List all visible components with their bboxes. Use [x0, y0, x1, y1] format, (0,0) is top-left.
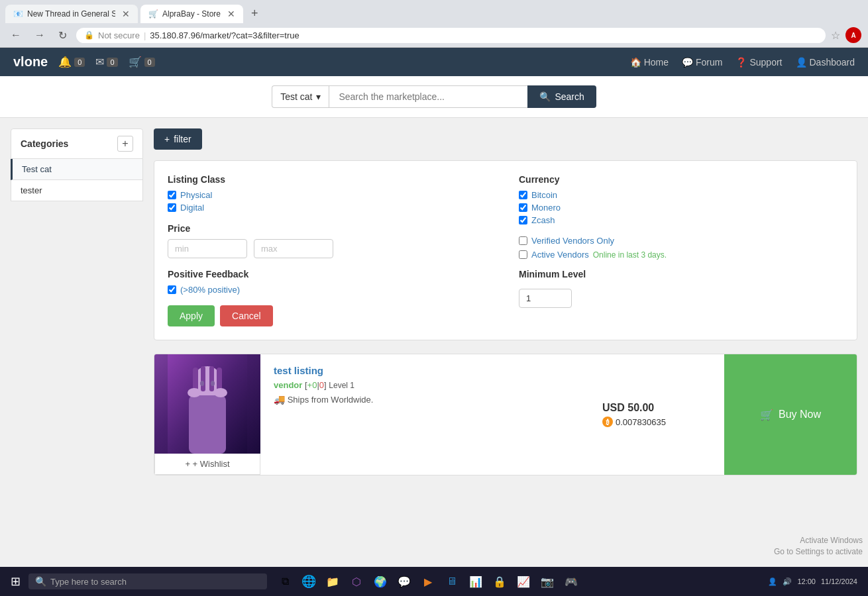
filter-toggle-button[interactable]: + filter	[154, 128, 202, 150]
cart-icon: 🛒	[760, 409, 773, 421]
svg-point-9	[188, 388, 201, 397]
vendor-name[interactable]: vendor	[274, 380, 302, 390]
digital-label: Digital	[180, 203, 204, 213]
price-max-input[interactable]	[254, 239, 333, 258]
product-card: + + Wishlist test listing vendor [+0|0] …	[154, 354, 857, 475]
tab-1[interactable]: 📧 New Thread in General Sellers M ✕	[5, 5, 138, 23]
search-button[interactable]: 🔍 Search	[527, 85, 596, 108]
verified-vendors-label: Verified Vendors Only	[531, 236, 614, 246]
zcash-checkbox[interactable]	[519, 216, 527, 224]
category-dropdown[interactable]: Test cat ▾	[272, 85, 329, 108]
navbar: vlone 🔔 0 ✉ 0 🛒 0 🏠 Home 💬 Forum ❓ Suppo…	[0, 48, 868, 76]
search-icon: 🔍	[539, 91, 551, 102]
address-bar-row: ← → ↻ 🔒 Not secure | 35.180.87.96/market…	[0, 23, 868, 47]
monero-option[interactable]: Monero	[519, 203, 843, 213]
cart-group[interactable]: 🛒 0	[129, 56, 155, 68]
physical-checkbox[interactable]	[168, 191, 176, 199]
vendor-level: Level 1	[329, 381, 354, 390]
svg-rect-5	[217, 368, 222, 391]
dashboard-icon: 👤	[796, 57, 807, 68]
profile-avatar[interactable]: A	[845, 27, 861, 43]
truck-icon: 🚚	[274, 394, 285, 405]
address-text: 35.180.87.96/market/?cat=3&filter=true	[150, 30, 299, 40]
forum-link[interactable]: 💬 Forum	[682, 57, 722, 68]
reload-button[interactable]: ↻	[54, 28, 71, 43]
messages-icon: ✉	[95, 56, 104, 68]
verified-vendors-checkbox[interactable]	[519, 236, 527, 245]
svg-rect-2	[193, 368, 198, 391]
apply-button[interactable]: Apply	[168, 305, 215, 326]
positive-feedback-checkbox[interactable]	[168, 285, 176, 294]
filter-right: Currency Bitcoin Monero Zcash	[519, 174, 843, 326]
product-title[interactable]: test listing	[274, 365, 323, 376]
listing-class-options: Physical Digital	[168, 190, 492, 213]
forward-button[interactable]: →	[30, 28, 49, 42]
tab-2[interactable]: 🛒 AlpraBay - Store ✕	[140, 5, 243, 23]
address-bar[interactable]: 🔒 Not secure | 35.180.87.96/market/?cat=…	[76, 28, 826, 43]
bitcoin-icon: ₿	[602, 417, 613, 427]
bookmark-button[interactable]: ☆	[831, 29, 840, 42]
filter-button-label: filter	[174, 134, 191, 144]
notifications-group[interactable]: 🔔 0	[58, 56, 85, 68]
listing-class-section: Listing Class Physical Digital	[168, 174, 492, 213]
listing-class-title: Listing Class	[168, 174, 492, 185]
sidebar-title: Categories	[21, 138, 68, 149]
home-icon: 🏠	[630, 57, 641, 68]
lock-icon: 🔒	[84, 30, 94, 40]
svg-point-6	[200, 381, 204, 386]
new-tab-button[interactable]: +	[246, 4, 264, 23]
active-vendors-option[interactable]: Active Vendors Online in last 3 days.	[519, 250, 843, 260]
navbar-right: 🏠 Home 💬 Forum ❓ Support 👤 Dashboard	[630, 57, 855, 68]
sidebar-item-testcat[interactable]: Test cat	[11, 159, 143, 180]
product-image	[154, 354, 260, 454]
bitcoin-label: Bitcoin	[531, 190, 557, 200]
physical-option[interactable]: Physical	[168, 190, 492, 200]
physical-label: Physical	[180, 190, 212, 200]
zcash-option[interactable]: Zcash	[519, 215, 843, 225]
cancel-button[interactable]: Cancel	[220, 305, 273, 326]
verified-vendors-option[interactable]: Verified Vendors Only	[519, 236, 843, 246]
content-area: + filter Listing Class Physical	[154, 128, 857, 518]
wishlist-button[interactable]: + + Wishlist	[154, 454, 260, 475]
messages-group[interactable]: ✉ 0	[95, 56, 117, 68]
dashboard-link[interactable]: 👤 Dashboard	[796, 57, 855, 68]
minimum-level-input[interactable]	[519, 289, 572, 308]
support-link[interactable]: ❓ Support	[735, 57, 782, 68]
bitcoin-option[interactable]: Bitcoin	[519, 190, 843, 200]
bitcoin-checkbox[interactable]	[519, 191, 527, 199]
ships-line: 🚚 Ships from Worldwide.	[274, 394, 578, 405]
svg-rect-3	[201, 366, 205, 391]
svg-point-10	[214, 388, 227, 397]
btc-amount: 0.007830635	[616, 417, 666, 427]
sidebar-item-testcat-label: Test cat	[22, 164, 52, 174]
svg-rect-4	[209, 366, 214, 391]
currency-title: Currency	[519, 174, 843, 185]
active-vendors-checkbox[interactable]	[519, 250, 527, 259]
back-button[interactable]: ←	[7, 28, 25, 42]
monero-label: Monero	[531, 203, 561, 213]
digital-option[interactable]: Digital	[168, 203, 492, 213]
buy-now-button[interactable]: 🛒 Buy Now	[724, 354, 857, 475]
buy-now-label: Buy Now	[779, 409, 821, 421]
digital-checkbox[interactable]	[168, 203, 176, 212]
home-link[interactable]: 🏠 Home	[630, 57, 669, 68]
tab1-close[interactable]: ✕	[122, 9, 130, 19]
support-icon: ❓	[735, 57, 747, 68]
search-button-label: Search	[555, 91, 584, 102]
chevron-down-icon: ▾	[316, 91, 321, 102]
active-vendors-label: Active Vendors	[531, 250, 589, 260]
search-input[interactable]	[329, 85, 527, 108]
sidebar-add-button[interactable]: +	[117, 136, 133, 152]
monero-checkbox[interactable]	[519, 203, 527, 212]
tab2-close[interactable]: ✕	[227, 9, 235, 19]
positive-feedback-option[interactable]: (>80% positive)	[168, 285, 492, 295]
filter-panel: Listing Class Physical Digital	[154, 160, 857, 340]
separator: |	[144, 30, 146, 40]
sidebar-item-tester[interactable]: tester	[11, 180, 143, 201]
price-section: Price	[168, 223, 492, 258]
ships-from-text: Ships from Worldwide.	[288, 395, 374, 405]
navbar-left: vlone 🔔 0 ✉ 0 🛒 0	[13, 54, 155, 70]
notifications-icon: 🔔	[58, 56, 72, 68]
protocol-text: Not secure	[98, 30, 140, 40]
price-min-input[interactable]	[168, 239, 247, 258]
